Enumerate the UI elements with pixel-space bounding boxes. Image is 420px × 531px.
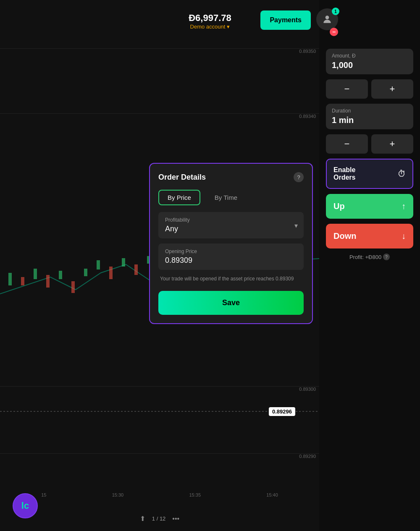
- svg-rect-8: [109, 267, 113, 279]
- svg-rect-6: [84, 269, 87, 276]
- svg-rect-1: [21, 277, 24, 285]
- duration-decrement-button[interactable]: −: [326, 134, 368, 154]
- profitability-chevron-icon: ▾: [294, 221, 298, 229]
- control-panel: Amount, Đ 1,000 − + Duration 1 min − + E…: [319, 42, 420, 267]
- amount-stepper-row: − +: [326, 79, 413, 99]
- chevron-down-icon: ▾: [227, 24, 230, 30]
- opening-price-value[interactable]: 0.89309: [165, 256, 297, 265]
- amount-decrement-button[interactable]: −: [326, 79, 368, 99]
- svg-rect-7: [97, 260, 100, 269]
- tab-by-time[interactable]: By Time: [205, 190, 247, 205]
- account-label: Demo account: [190, 24, 226, 30]
- time-label-3: 15:40: [266, 492, 278, 497]
- duration-value: 1 min: [332, 115, 407, 125]
- profitability-value: Any: [165, 225, 297, 233]
- up-label: Up: [333, 201, 345, 211]
- svg-rect-9: [122, 258, 125, 267]
- opening-price-label: Opening Price: [165, 248, 297, 254]
- duration-increment-button[interactable]: +: [371, 134, 413, 154]
- opening-price-field: Opening Price 0.89309: [158, 243, 304, 270]
- tab-by-price[interactable]: By Price: [158, 190, 200, 205]
- trade-info-text: Your trade will be opened if the asset p…: [158, 275, 304, 283]
- app-logo: lc: [13, 493, 38, 518]
- current-price-badge: 0.89296: [269, 407, 295, 416]
- time-label-0: 15: [41, 492, 46, 497]
- down-label: Down: [333, 231, 356, 241]
- bottom-bar: ⬆ 1 / 12 •••: [0, 515, 319, 523]
- duration-box: Duration 1 min: [326, 104, 413, 129]
- demo-account-selector[interactable]: Demo account ▾: [190, 24, 230, 30]
- time-label-2: 15:35: [189, 492, 201, 497]
- amount-box: Amount, Đ 1,000: [326, 49, 413, 74]
- balance-display: Đ6,997.78: [189, 13, 231, 24]
- save-button[interactable]: Save: [158, 291, 304, 315]
- amount-label: Amount, Đ: [332, 53, 407, 59]
- down-arrow-icon: ↓: [402, 231, 406, 241]
- chart-up-icon[interactable]: ⬆: [140, 515, 145, 523]
- time-label-1: 15:30: [112, 492, 124, 497]
- modal-title: Order Details: [158, 173, 206, 182]
- profitability-field[interactable]: Profitability Any ▾: [158, 212, 304, 238]
- order-tabs-row: By Price By Time: [158, 190, 304, 205]
- up-button[interactable]: Up ↑: [326, 194, 413, 219]
- duration-stepper-row: − +: [326, 134, 413, 154]
- header: Đ6,997.78 Demo account ▾ Payments 1 −: [0, 0, 420, 42]
- time-axis: 15 15:30 15:35 15:40: [0, 492, 319, 497]
- svg-rect-4: [59, 271, 62, 279]
- more-options-icon[interactable]: •••: [172, 515, 179, 523]
- svg-rect-2: [34, 269, 37, 279]
- amount-increment-button[interactable]: +: [371, 79, 413, 99]
- up-arrow-icon: ↑: [402, 201, 406, 211]
- enable-orders-label: Enable Orders: [333, 166, 355, 181]
- order-details-modal: Order Details ? By Price By Time Profita…: [149, 163, 313, 324]
- modal-help-icon[interactable]: ?: [294, 172, 304, 182]
- profit-display: Profit: +Đ800 ?: [349, 254, 390, 260]
- duration-label: Duration: [332, 108, 407, 114]
- svg-rect-10: [134, 264, 138, 275]
- svg-rect-0: [8, 273, 12, 285]
- profit-label: Profit: +Đ800: [349, 254, 381, 260]
- modal-header: Order Details ?: [158, 172, 304, 182]
- profit-help-icon[interactable]: ?: [383, 254, 390, 260]
- notification-badge: 1: [332, 8, 339, 15]
- svg-point-13: [326, 16, 329, 19]
- enable-orders-button[interactable]: Enable Orders ⏱: [326, 159, 413, 189]
- payments-button[interactable]: Payments: [260, 10, 311, 30]
- clock-icon: ⏱: [397, 169, 406, 179]
- avatar-status-icon: −: [330, 28, 338, 36]
- profitability-label: Profitability: [165, 217, 297, 223]
- amount-value: 1,000: [332, 60, 407, 70]
- down-button[interactable]: Down ↓: [326, 224, 413, 248]
- header-center: Đ6,997.78 Demo account ▾: [189, 13, 231, 30]
- svg-rect-3: [46, 275, 50, 288]
- page-indicator[interactable]: 1 / 12: [152, 515, 166, 522]
- logo-text: lc: [21, 500, 29, 511]
- svg-rect-5: [71, 281, 75, 293]
